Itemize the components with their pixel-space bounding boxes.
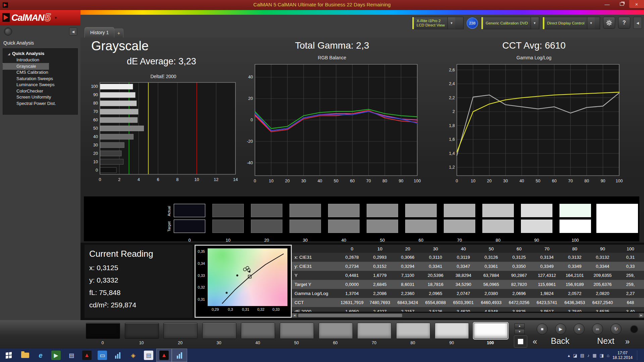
cie-chart-box: 0,350,340,330,320,310,290,30,310,320,33 xyxy=(195,245,292,318)
play-button[interactable]: ▶ xyxy=(555,323,566,335)
actual-swatch-10 xyxy=(212,204,244,217)
sidebar-item-saturation-sweeps[interactable]: Saturation Sweeps xyxy=(3,76,77,82)
link-button[interactable]: ∞ xyxy=(592,323,603,335)
cell: 0,3110 xyxy=(422,255,449,260)
scroll-right-icon[interactable]: ▶ xyxy=(639,313,644,317)
settings-button[interactable] xyxy=(603,17,615,29)
panel-collapse-button[interactable]: ◀ xyxy=(633,17,642,29)
pattern-window-icon xyxy=(518,339,523,344)
tray-icon-0[interactable]: ▴ xyxy=(568,353,570,358)
add-tab-button[interactable]: + xyxy=(114,28,123,38)
tray-icon-1[interactable]: ◪ xyxy=(573,353,577,358)
task-monitor-icon[interactable] xyxy=(110,349,125,362)
scrollbar-thumb[interactable] xyxy=(298,314,402,317)
calman5-icon[interactable]: ▲ xyxy=(156,349,172,362)
page-title: Grayscale xyxy=(91,39,149,53)
next-button[interactable]: Next xyxy=(589,336,623,346)
restore-button[interactable] xyxy=(614,0,629,8)
level-button-100[interactable] xyxy=(474,323,508,339)
source-dropdown[interactable]: Generic Calibration DVD ▼ xyxy=(481,17,539,29)
clock[interactable]: 17:07 18.12.2014 xyxy=(612,351,633,360)
tray-icon-4[interactable]: ▦ xyxy=(592,353,596,358)
start-button[interactable] xyxy=(0,349,17,362)
cell: 0,3126 xyxy=(477,255,505,260)
level-button-30[interactable] xyxy=(202,323,236,339)
sidebar-item-colorchecker[interactable]: ColorChecker xyxy=(3,88,77,95)
source-label: Generic Calibration DVD xyxy=(483,21,531,25)
level-button-50[interactable] xyxy=(280,323,314,339)
back-button[interactable]: Back xyxy=(543,336,577,346)
workflow-sidebar: Quick Analysis ◢Quick Analysis Introduct… xyxy=(0,38,80,320)
internet-explorer-icon[interactable]: e xyxy=(33,349,48,362)
display-control-dropdown[interactable]: Direct Display Control ▼ xyxy=(542,17,600,29)
pattern-window-button[interactable] xyxy=(514,336,527,348)
row-label: Gamma Log/Log xyxy=(292,291,338,296)
notepad-icon[interactable]: ▤ xyxy=(64,349,79,362)
calman-logo[interactable]: CalMAN 5 ▼ xyxy=(0,10,80,25)
svg-text:20: 20 xyxy=(285,179,290,183)
cell: 0,31 xyxy=(616,255,644,260)
spinner-down-button[interactable]: ▼ xyxy=(515,329,525,334)
level-button-10[interactable] xyxy=(125,323,159,339)
tab-history-1[interactable]: History 1 xyxy=(85,27,114,38)
media-player-icon[interactable]: ▶ xyxy=(48,349,64,362)
calman-logo-icon xyxy=(2,13,10,22)
cell: 164,2101 xyxy=(561,273,589,278)
deltae-chart-panel: DeltaE 2000 0246810121410090807060504030… xyxy=(87,74,240,184)
cell: 2,0380 xyxy=(477,291,505,296)
help-button[interactable]: ? xyxy=(618,17,630,29)
toolbar: History 1 + X-Rite i1Pro 2LCD Direct Vie… xyxy=(80,15,644,38)
table-scrollbar[interactable]: ◀ ▶ xyxy=(292,313,644,318)
sidebar-collapse-button[interactable]: ◀ xyxy=(69,27,77,36)
level-button-80[interactable] xyxy=(396,323,430,339)
sidebar-item-luminance-sweeps[interactable]: Luminance Sweeps xyxy=(3,82,77,88)
level-label-20: 20 xyxy=(163,341,197,345)
scroll-left-icon[interactable]: ◀ xyxy=(292,313,297,317)
minimize-button[interactable]: — xyxy=(600,0,614,8)
target-swatch-100 xyxy=(559,220,591,233)
meter-dropdown[interactable]: X-Rite i1Pro 2LCD Direct View ▼ xyxy=(412,17,464,29)
color-utility-icon[interactable]: ◈ xyxy=(125,349,141,362)
workflow-button[interactable] xyxy=(4,27,12,36)
spinner-up-button[interactable]: ▲ xyxy=(515,323,525,328)
svg-text:0: 0 xyxy=(456,179,458,183)
sidebar-item-cms-calibration[interactable]: CMS Calibration xyxy=(3,69,77,76)
stop-button[interactable]: ■ xyxy=(537,323,548,335)
level-button-60[interactable] xyxy=(319,323,353,339)
tray-icon-3[interactable]: ♪ xyxy=(587,353,590,358)
next-chevron-icon[interactable]: » xyxy=(625,337,630,346)
cell: 0,3361 xyxy=(477,264,505,269)
svg-text:90: 90 xyxy=(601,179,605,183)
sidebar-item-spectral-power-dist[interactable]: Spectral Power Dist. xyxy=(3,101,77,107)
sidebar-item-introduction[interactable]: Introduction xyxy=(3,57,77,63)
document-viewer-icon[interactable]: ▤ xyxy=(141,349,156,362)
screen-sharing-icon[interactable]: ▭ xyxy=(95,349,110,362)
chevron-down-icon[interactable]: ▼ xyxy=(587,17,595,29)
calman-color-client-icon[interactable]: ▲ xyxy=(79,349,95,362)
cell: 7480,7693 xyxy=(366,300,394,305)
lower-section: Current Reading x: 0,3125y: 0,3332fL: 75… xyxy=(80,243,644,320)
back-chevron-icon[interactable]: « xyxy=(533,337,537,346)
actual-swatch-50 xyxy=(367,204,398,217)
chevron-down-icon[interactable]: ▼ xyxy=(531,17,538,29)
level-button-20[interactable] xyxy=(163,323,198,339)
swatch-level-label: 50 xyxy=(367,238,398,243)
level-button-70[interactable] xyxy=(357,323,391,339)
tray-icon-5[interactable]: ◨ xyxy=(600,353,604,358)
level-button-40[interactable] xyxy=(241,323,275,339)
refresh-button[interactable]: ↻ xyxy=(610,323,622,335)
capture-button[interactable]: ● xyxy=(574,323,585,335)
sidebar-item-screen-uniformity[interactable]: Screen Uniformity xyxy=(3,94,77,101)
show-desktop-button[interactable] xyxy=(637,350,642,360)
chevron-down-icon[interactable]: ▼ xyxy=(447,17,455,29)
tray-icon-6[interactable]: ⌂ xyxy=(607,353,609,358)
tree-root[interactable]: ◢Quick Analysis xyxy=(3,50,77,57)
close-button[interactable]: × xyxy=(629,0,644,8)
tray-icon-2[interactable]: ▤ xyxy=(580,353,584,358)
sidebar-item-grayscale[interactable]: Grayscale xyxy=(3,63,49,70)
table-row: Y0,44811,67797,110020,539638,829463,7884… xyxy=(292,271,644,280)
system-analytics-icon[interactable] xyxy=(172,349,187,362)
file-explorer-icon[interactable] xyxy=(17,349,33,362)
level-button-0[interactable] xyxy=(86,323,120,339)
level-button-90[interactable] xyxy=(435,323,469,339)
